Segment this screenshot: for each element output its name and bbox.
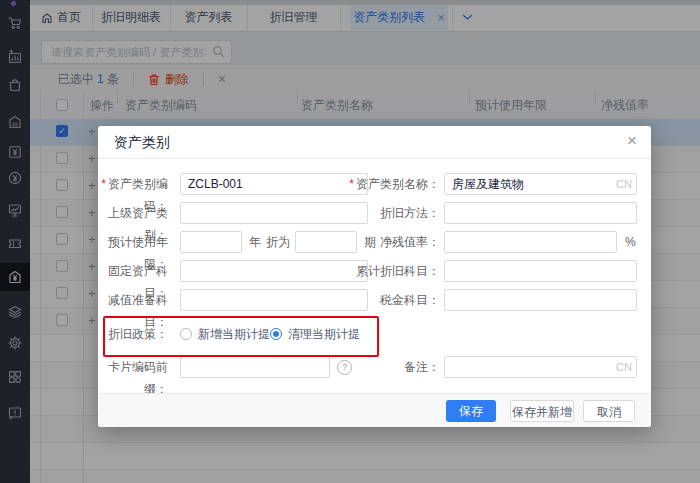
- cancel-button[interactable]: 取消: [583, 400, 635, 422]
- card-prefix-input[interactable]: [180, 356, 330, 378]
- unit-year: 年: [249, 231, 261, 253]
- dialog-footer: 保存 保存并新增 取消: [98, 393, 651, 427]
- tax-account-input[interactable]: [444, 289, 637, 311]
- app-window: 首页 折旧明细表 资产列表 折旧管理 资产类别列表 × 已选中 1 条 删: [0, 0, 700, 483]
- depreciation-method-input[interactable]: [444, 202, 637, 224]
- parent-category-input[interactable]: [180, 202, 368, 224]
- field-label-method: 折旧方法：: [348, 202, 440, 224]
- name-lang-suffix: CN: [602, 173, 632, 195]
- years-input[interactable]: [180, 231, 242, 253]
- dialog-close-icon[interactable]: ×: [627, 131, 637, 151]
- dialog-title: 资产类别: [114, 126, 170, 158]
- radio-cleanup-period-label[interactable]: 清理当期计提: [288, 323, 360, 345]
- radio-cleanup-period[interactable]: [270, 328, 282, 340]
- impairment-account-input[interactable]: [180, 289, 368, 311]
- residual-rate-input[interactable]: [444, 231, 617, 253]
- convert-label: 折为: [266, 231, 290, 253]
- fixed-asset-account-input[interactable]: [180, 260, 368, 282]
- save-button[interactable]: 保存: [446, 400, 496, 422]
- field-label-policy: 折旧政策：: [98, 323, 168, 345]
- field-label-remark: 备注：: [348, 356, 440, 378]
- remark-lang-suffix: CN: [602, 356, 632, 378]
- accumulated-depreciation-account-input[interactable]: [444, 260, 637, 282]
- save-and-new-button[interactable]: 保存并新增: [510, 400, 574, 422]
- code-input[interactable]: [180, 173, 368, 195]
- percent-suffix: %: [625, 231, 636, 253]
- radio-new-period-label[interactable]: 新增当期计提: [198, 323, 270, 345]
- radio-new-period[interactable]: [180, 328, 192, 340]
- field-label-accum-account: 累计折旧科目：: [348, 260, 440, 282]
- field-label-name: *资产类别名称：: [348, 173, 440, 195]
- field-label-residual: 净残值率：: [348, 231, 440, 253]
- asset-category-dialog: 资产类别 × *资产类别编码： *资产类别名称： CN 上级资产类别： 折旧方法…: [98, 126, 651, 427]
- field-label-tax: 税金科目：: [348, 289, 440, 311]
